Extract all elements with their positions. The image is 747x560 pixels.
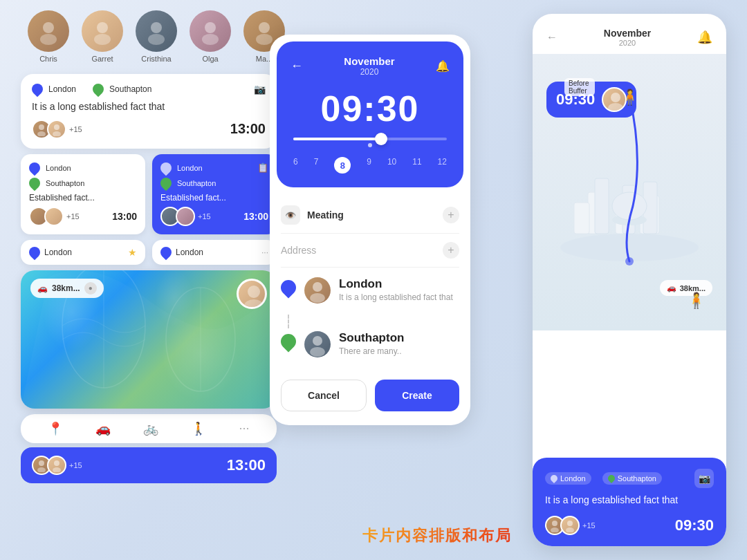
mini-avatar-right: +15 (160, 207, 211, 226)
svg-point-11 (37, 131, 46, 136)
chinese-title: 卡片内容排版和布局 (362, 525, 512, 546)
person-pin-top: 🧍 (620, 88, 639, 106)
avatar-row: Chris Garret Cristhina Olga Ma... (21, 0, 277, 68)
nav-walk-icon[interactable]: 🚶 (191, 421, 206, 436)
meeting-icon: 👁️ (281, 205, 300, 225)
bottom-av-2-right (560, 516, 580, 535)
loc-mini-pin-1 (27, 244, 43, 260)
distance-badge-image: 🚗 38km... ● (30, 279, 104, 298)
loc-badge-london-right: London (545, 472, 591, 485)
address-row: Address + (281, 234, 459, 268)
phone-card-center: ← November 2020 🔔 09:30 6 7 8 9 (270, 35, 470, 425)
svg-point-2 (97, 22, 108, 33)
month-label-center: November 2020 (303, 55, 436, 77)
avatar-cristhina (136, 10, 177, 52)
mini-loc-to-blue: Southapton (177, 179, 216, 187)
loc-pin-small-south (607, 474, 616, 483)
svg-point-4 (151, 22, 162, 33)
avatar-name-chris: Chris (39, 55, 57, 63)
svg-rect-29 (595, 178, 609, 234)
mini-time-left: 13:00 (112, 211, 137, 222)
mini-loc-row-left: London (29, 162, 137, 174)
distance-text-right: 38km... (680, 284, 706, 292)
location-entries: London It is a long established fact tha… (270, 268, 470, 357)
avatar-item-garret[interactable]: Garret (82, 10, 123, 63)
address-plus-btn[interactable]: + (443, 242, 459, 259)
hour-8-active[interactable]: 8 (334, 157, 351, 174)
svg-point-40 (611, 93, 620, 102)
bottom-loc-row: London Southapton 📷 (545, 469, 714, 488)
mini-time-right: 13:00 (243, 211, 268, 222)
bottom-nav: 📍 🚗 🚲 🚶 ··· (21, 414, 277, 443)
nav-car-icon[interactable]: 🚗 (95, 421, 111, 436)
nav-location-icon[interactable]: 📍 (48, 421, 63, 436)
mini-loc-from-blue: London (177, 164, 203, 172)
mini-card-right: London 📋 Southapton Established fact... … (152, 154, 277, 234)
avatar-garret (82, 10, 123, 52)
loc-pair-row: London ★ London ··· (21, 240, 277, 265)
slider-thumb[interactable] (375, 133, 387, 145)
camera-icon-right[interactable]: 📷 (694, 469, 714, 488)
bell-icon-center[interactable]: 🔔 (436, 59, 450, 73)
hour-9: 9 (367, 157, 371, 174)
car-icon-image: 🚗 (37, 283, 48, 293)
right-phone: ← November 2020 🔔 (533, 14, 726, 546)
svg-point-43 (551, 528, 559, 532)
right-header: ← November 2020 🔔 (533, 14, 726, 54)
mini-loc-row-right2: Southapton (160, 178, 268, 189)
bell-icon-right[interactable]: 🔔 (697, 30, 712, 45)
create-button[interactable]: Create (375, 380, 459, 411)
svg-point-27 (310, 347, 325, 357)
mini-plus-right: +15 (198, 212, 211, 221)
month-year-center: 2020 (303, 67, 436, 77)
svg-point-22 (54, 460, 59, 466)
avatar-item-cristhina[interactable]: Cristhina (136, 10, 177, 63)
month-center-right: November 2020 (604, 28, 651, 47)
mini-avatar-left: +15 (29, 207, 80, 226)
left-panel: Chris Garret Cristhina Olga Ma... (21, 0, 277, 560)
camera-icon-1: 📷 (254, 84, 266, 95)
slider-track[interactable] (293, 138, 447, 140)
nav-bike-icon[interactable]: 🚲 (143, 421, 158, 436)
form-section: 👁️ Meating + Address + (270, 187, 470, 268)
loc-mini-label-1: London (44, 248, 72, 257)
back-arrow-right[interactable]: ← (546, 31, 557, 44)
back-arrow-center[interactable]: ← (290, 59, 303, 73)
footer-avatar-group: +15 (32, 456, 82, 475)
svg-rect-34 (574, 203, 589, 234)
person-pin-bottom: 🧍 (687, 292, 706, 310)
footer-blue-card: +15 13:00 (21, 447, 277, 483)
svg-point-12 (54, 124, 59, 130)
hour-6: 6 (293, 157, 298, 174)
svg-point-44 (567, 521, 573, 526)
footer-plus-count: +15 (69, 461, 82, 469)
loc-mini-1: London ★ (21, 240, 145, 265)
corner-avatar (237, 279, 267, 309)
mini-loc-row-left2: Southapton (29, 178, 137, 189)
svg-point-18 (248, 286, 260, 298)
location-row-1: London Southapton 📷 (32, 84, 266, 95)
meeting-plus-btn[interactable]: + (443, 207, 459, 223)
avatar-item-olga[interactable]: Olga (190, 10, 231, 63)
image-card: 🚗 38km... ● (21, 270, 277, 409)
loc-pin-south (277, 330, 299, 352)
svg-point-24 (313, 282, 322, 292)
hour-12: 12 (438, 157, 447, 174)
slider-container[interactable] (290, 138, 450, 147)
nav-more-icon[interactable]: ··· (239, 421, 249, 436)
footer-av-2 (47, 456, 66, 475)
time-bubble-content: Before Buffer 09:30 (556, 91, 595, 109)
svg-point-21 (37, 467, 46, 472)
dots-icon: ··· (261, 248, 268, 257)
bottom-avatar-group-right: +15 (545, 516, 596, 535)
card-footer-1: +15 13:00 (32, 120, 266, 139)
footer-time: 13:00 (227, 456, 266, 474)
mini-desc-right: Established fact... (160, 193, 268, 203)
avatar-item-chris[interactable]: Chris (28, 10, 69, 63)
svg-point-3 (94, 34, 111, 45)
bottom-time-right: 09:30 (675, 516, 714, 534)
cancel-button[interactable]: Cancel (281, 380, 367, 411)
svg-point-42 (552, 521, 557, 526)
slider-dot (368, 143, 372, 147)
loc-entry-london: London It is a long established fact tha… (281, 277, 459, 304)
